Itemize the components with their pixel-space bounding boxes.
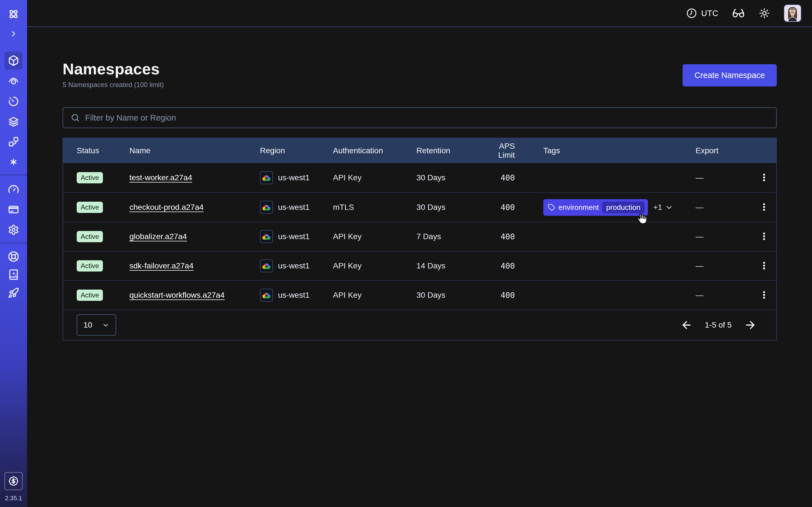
table-header-row: Status Name Region Authentication Retent… xyxy=(63,138,776,163)
region-label: us-west1 xyxy=(278,262,310,270)
aps-value: 400 xyxy=(481,291,515,300)
export-value: — xyxy=(696,262,752,270)
row-actions-button[interactable] xyxy=(756,287,772,303)
clock-icon xyxy=(686,8,697,19)
export-value: — xyxy=(696,173,752,182)
chevron-down-icon xyxy=(102,321,109,329)
plan-badge-button[interactable] xyxy=(4,472,22,490)
table-row: Active globalizer.a27a4 us-west1 API Key… xyxy=(63,222,776,251)
kebab-icon xyxy=(759,173,769,182)
status-badge: Active xyxy=(77,290,103,301)
namespaces-table: Status Name Region Authentication Retent… xyxy=(63,138,777,341)
status-badge: Active xyxy=(77,231,103,242)
arrow-left-icon xyxy=(680,319,693,331)
page-subtitle: 5 Namespaces created (100 limit) xyxy=(63,81,777,89)
region-label: us-west1 xyxy=(278,173,310,182)
page-size-value: 10 xyxy=(84,321,92,330)
row-actions-button[interactable] xyxy=(756,229,772,245)
cube-icon xyxy=(8,55,19,66)
namespace-link[interactable]: quickstart-workflows.a27a4 xyxy=(130,291,225,299)
timer-icon xyxy=(8,96,19,107)
sidebar-item-settings[interactable] xyxy=(8,224,19,235)
auth-value: mTLS xyxy=(333,203,416,212)
sidebar-item-workflows[interactable] xyxy=(8,136,19,147)
pagination-range: 1-5 of 5 xyxy=(705,321,732,330)
glasses-icon xyxy=(732,7,745,20)
retention-value: 30 Days xyxy=(416,173,481,182)
aps-value: 400 xyxy=(481,203,515,212)
region-label: us-west1 xyxy=(278,232,310,241)
temporal-logo-icon[interactable] xyxy=(7,8,20,20)
sidebar-item-onboarding[interactable] xyxy=(8,287,19,298)
sidebar-item-observability[interactable] xyxy=(8,75,19,87)
table-body: Active test-worker.a27a4 us-west1 API Ke… xyxy=(63,163,776,309)
create-namespace-button[interactable]: Create Namespace xyxy=(682,64,777,87)
book-sparkles-icon xyxy=(8,269,19,280)
sun-icon xyxy=(758,7,770,19)
namespace-link[interactable]: test-worker.a27a4 xyxy=(130,173,192,182)
sidebar-item-stacks[interactable] xyxy=(8,116,19,127)
gcp-region-icon xyxy=(260,289,273,302)
filter-input[interactable] xyxy=(85,113,769,122)
status-badge: Active xyxy=(77,172,103,183)
reader-mode-button[interactable] xyxy=(732,7,745,20)
col-name: Name xyxy=(130,146,260,155)
page-title: Namespaces xyxy=(63,60,777,78)
region-label: us-west1 xyxy=(278,203,310,212)
avatar-image xyxy=(784,5,801,21)
pagination: 1-5 of 5 xyxy=(680,319,756,331)
timezone-toggle[interactable]: UTC xyxy=(686,8,718,19)
user-avatar[interactable] xyxy=(784,4,801,22)
table-row: Active sdk-failover.a27a4 us-west1 API K… xyxy=(63,251,776,280)
sidebar-item-connectivity[interactable] xyxy=(8,156,19,168)
auth-value: API Key xyxy=(333,173,416,182)
kebab-icon xyxy=(759,261,769,270)
retention-value: 7 Days xyxy=(416,232,481,241)
status-badge: Active xyxy=(77,260,103,272)
gcp-region-icon xyxy=(260,230,273,243)
tag-value: production xyxy=(602,202,644,213)
gcp-region-icon xyxy=(260,201,273,214)
prev-page-button[interactable] xyxy=(680,319,693,331)
gcp-region-icon xyxy=(260,260,273,272)
kebab-icon xyxy=(759,231,769,241)
row-actions-button[interactable] xyxy=(756,258,772,274)
retention-value: 30 Days xyxy=(416,291,481,300)
col-retention: Retention xyxy=(416,146,481,155)
topbar: UTC xyxy=(27,0,812,27)
aps-value: 400 xyxy=(481,173,515,182)
life-buoy-icon xyxy=(8,251,19,262)
auth-value: API Key xyxy=(333,291,416,300)
namespace-link[interactable]: sdk-failover.a27a4 xyxy=(130,262,193,270)
eye-icon xyxy=(8,75,19,87)
rocket-icon xyxy=(8,287,19,298)
theme-toggle[interactable] xyxy=(758,7,770,19)
tags-more-count: +1 xyxy=(654,203,662,212)
row-actions-button[interactable] xyxy=(756,200,772,216)
aps-value: 400 xyxy=(481,232,515,241)
badge-dollar-icon xyxy=(8,476,18,486)
tags-expand-button[interactable]: +1 xyxy=(654,203,673,212)
search-icon xyxy=(70,113,80,122)
app-version: 2.35.1 xyxy=(0,495,27,502)
gear-icon xyxy=(8,224,19,235)
col-status: Status xyxy=(63,146,130,155)
table-row: Active test-worker.a27a4 us-west1 API Ke… xyxy=(63,163,776,192)
page-size-select[interactable]: 10 xyxy=(77,314,116,336)
sidebar-item-namespaces[interactable] xyxy=(4,52,22,69)
sidebar-item-support[interactable] xyxy=(8,251,19,262)
next-page-button[interactable] xyxy=(744,319,756,331)
export-value: — xyxy=(696,232,752,241)
namespace-link[interactable]: checkout-prod.a27a4 xyxy=(130,203,204,212)
sidebar-item-docs[interactable] xyxy=(8,269,19,280)
asterisk-icon xyxy=(8,156,19,168)
sidebar-item-usage[interactable] xyxy=(8,184,19,195)
col-aps-limit: APS Limit xyxy=(481,142,515,160)
tag-chip[interactable]: environment production xyxy=(543,199,648,216)
row-actions-button[interactable] xyxy=(756,170,772,186)
sidebar-item-billing[interactable] xyxy=(8,204,19,215)
sidebar-item-schedules[interactable] xyxy=(8,96,19,107)
sidebar-expand-icon[interactable] xyxy=(9,29,18,38)
credit-card-icon xyxy=(8,204,19,215)
namespace-link[interactable]: globalizer.a27a4 xyxy=(130,232,187,241)
